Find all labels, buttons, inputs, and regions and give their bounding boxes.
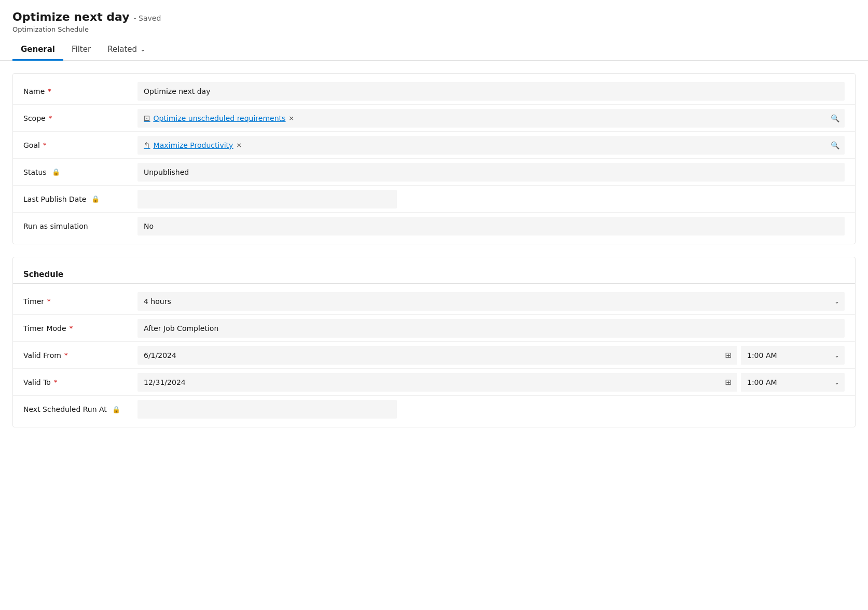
- valid-from-row: Valid From * 6/1/2024 ⊞ 1:00 AM ⌄: [13, 342, 855, 369]
- run-as-simulation-row: Run as simulation No: [13, 213, 855, 240]
- tab-general[interactable]: General: [12, 39, 63, 61]
- goal-value[interactable]: ↱ Maximize Productivity × 🔍: [137, 136, 845, 155]
- valid-to-date-field[interactable]: 12/31/2024 ⊞: [137, 373, 737, 392]
- tab-filter[interactable]: Filter: [63, 39, 99, 61]
- timer-row: Timer * 4 hours ⌄: [13, 288, 855, 315]
- timer-mode-value[interactable]: After Job Completion: [137, 319, 845, 338]
- valid-to-calendar-icon[interactable]: ⊞: [725, 378, 732, 387]
- goal-tag-text: Maximize Productivity: [154, 141, 233, 149]
- timer-text: 4 hours: [144, 297, 171, 306]
- status-row: Status 🔒 Unpublished: [13, 159, 855, 186]
- goal-tag[interactable]: ↱ Maximize Productivity: [144, 141, 233, 150]
- timer-required-star: *: [47, 297, 51, 305]
- valid-from-time-dropdown-icon: ⌄: [834, 352, 839, 359]
- scope-remove-button[interactable]: ×: [288, 114, 294, 122]
- page-subtitle: Optimization Schedule: [12, 25, 856, 33]
- scope-required-star: *: [49, 114, 52, 122]
- valid-to-time-text: 1:00 AM: [747, 378, 777, 386]
- scope-search-icon[interactable]: 🔍: [831, 114, 839, 122]
- valid-to-date-text: 12/31/2024: [144, 378, 186, 386]
- scope-tag-text: Optimize unscheduled requirements: [154, 114, 286, 122]
- name-label: Name *: [23, 87, 137, 95]
- page-title: Optimize next day: [12, 10, 130, 23]
- goal-icon: ↱: [144, 141, 150, 150]
- saved-label: - Saved: [134, 14, 161, 22]
- run-as-simulation-label: Run as simulation: [23, 222, 137, 230]
- timer-mode-text: After Job Completion: [144, 324, 218, 332]
- content-area: Name * Optimize next day Scope * ⊡ Optim…: [0, 61, 868, 452]
- valid-to-datetime: 12/31/2024 ⊞ 1:00 AM ⌄: [137, 373, 845, 392]
- tab-general-label: General: [21, 45, 55, 54]
- name-value[interactable]: Optimize next day: [137, 82, 845, 101]
- valid-from-date-field[interactable]: 6/1/2024 ⊞: [137, 346, 737, 365]
- title-row: Optimize next day - Saved: [12, 10, 856, 23]
- page-header: Optimize next day - Saved Optimization S…: [0, 0, 868, 33]
- scope-table-icon: ⊡: [144, 114, 150, 123]
- tab-related-label: Related: [107, 45, 137, 54]
- valid-to-required-star: *: [54, 378, 58, 386]
- run-as-simulation-value[interactable]: No: [137, 217, 845, 235]
- schedule-heading: Schedule: [13, 261, 855, 283]
- scope-row: Scope * ⊡ Optimize unscheduled requireme…: [13, 105, 855, 132]
- name-text: Optimize next day: [144, 87, 210, 95]
- schedule-divider: [13, 283, 855, 284]
- next-scheduled-run-row: Next Scheduled Run At 🔒: [13, 396, 855, 423]
- goal-required-star: *: [43, 141, 47, 149]
- timer-mode-required-star: *: [70, 324, 73, 332]
- valid-from-date-text: 6/1/2024: [144, 351, 176, 359]
- scope-label: Scope *: [23, 114, 137, 122]
- status-text: Unpublished: [144, 168, 189, 176]
- valid-to-row: Valid To * 12/31/2024 ⊞ 1:00 AM ⌄: [13, 369, 855, 396]
- status-lock-icon: 🔒: [52, 168, 60, 176]
- scope-value[interactable]: ⊡ Optimize unscheduled requirements × 🔍: [137, 109, 845, 128]
- status-value: Unpublished: [137, 163, 845, 182]
- page-container: Optimize next day - Saved Optimization S…: [0, 0, 868, 610]
- valid-to-time-dropdown-icon: ⌄: [834, 379, 839, 386]
- valid-from-label: Valid From *: [23, 351, 137, 359]
- timer-value[interactable]: 4 hours ⌄: [137, 292, 845, 311]
- last-publish-date-label: Last Publish Date 🔒: [23, 195, 137, 203]
- valid-from-time-field[interactable]: 1:00 AM ⌄: [741, 346, 845, 365]
- valid-from-calendar-icon[interactable]: ⊞: [725, 351, 732, 360]
- name-required-star: *: [48, 87, 51, 95]
- name-row: Name * Optimize next day: [13, 78, 855, 105]
- valid-to-time-field[interactable]: 1:00 AM ⌄: [741, 373, 845, 392]
- next-scheduled-run-value: [137, 400, 397, 419]
- timer-mode-row: Timer Mode * After Job Completion: [13, 315, 855, 342]
- general-fields-section: Name * Optimize next day Scope * ⊡ Optim…: [12, 73, 856, 244]
- last-publish-date-value: [137, 190, 397, 209]
- next-scheduled-run-label: Next Scheduled Run At 🔒: [23, 405, 137, 413]
- goal-remove-button[interactable]: ×: [236, 141, 242, 149]
- schedule-section: Schedule Timer * 4 hours ⌄ Timer Mode *: [12, 257, 856, 427]
- timer-dropdown-icon: ⌄: [834, 298, 839, 305]
- last-publish-date-row: Last Publish Date 🔒: [13, 186, 855, 213]
- timer-label: Timer *: [23, 297, 137, 306]
- related-chevron-icon: ⌄: [140, 46, 145, 53]
- scope-tag[interactable]: ⊡ Optimize unscheduled requirements: [144, 114, 285, 123]
- next-scheduled-lock-icon: 🔒: [112, 406, 120, 413]
- valid-from-time-text: 1:00 AM: [747, 351, 777, 359]
- valid-to-label: Valid To *: [23, 378, 137, 386]
- goal-label: Goal *: [23, 141, 137, 149]
- tab-related[interactable]: Related ⌄: [99, 39, 154, 61]
- goal-search-icon[interactable]: 🔍: [831, 141, 839, 149]
- last-publish-lock-icon: 🔒: [91, 195, 100, 203]
- goal-row: Goal * ↱ Maximize Productivity × 🔍: [13, 132, 855, 159]
- valid-from-required-star: *: [64, 351, 68, 359]
- valid-from-datetime: 6/1/2024 ⊞ 1:00 AM ⌄: [137, 346, 845, 365]
- timer-mode-label: Timer Mode *: [23, 324, 137, 332]
- tabs-bar: General Filter Related ⌄: [0, 39, 868, 61]
- tab-filter-label: Filter: [72, 45, 91, 54]
- status-label: Status 🔒: [23, 168, 137, 176]
- run-as-simulation-text: No: [144, 222, 154, 230]
